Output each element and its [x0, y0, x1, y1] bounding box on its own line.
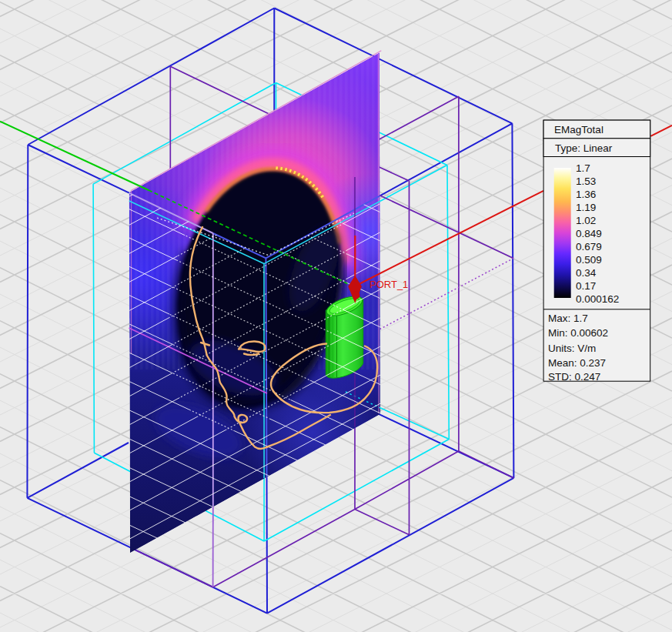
svg-text:0.34: 0.34: [576, 267, 597, 279]
svg-text:Min: 0.00602: Min: 0.00602: [548, 327, 608, 339]
svg-text:0.679: 0.679: [576, 241, 602, 252]
svg-text:1.36: 1.36: [576, 189, 596, 200]
svg-text:1.7: 1.7: [576, 162, 590, 174]
svg-text:EMagTotal: EMagTotal: [554, 124, 603, 135]
svg-text:Max: 1.7: Max: 1.7: [548, 313, 588, 324]
svg-text:Mean: 0.237: Mean: 0.237: [548, 357, 606, 369]
svg-text:0.849: 0.849: [576, 228, 602, 239]
svg-text:1.19: 1.19: [576, 202, 596, 213]
svg-text:0.17: 0.17: [576, 280, 596, 292]
svg-text:Type: Linear: Type: Linear: [555, 142, 613, 154]
svg-text:STD: 0.247: STD: 0.247: [548, 371, 600, 383]
svg-text:PORT_1: PORT_1: [369, 279, 408, 290]
svg-text:1.02: 1.02: [576, 215, 596, 226]
svg-text:0.000162: 0.000162: [576, 293, 619, 305]
svg-text:0.509: 0.509: [576, 254, 602, 266]
svg-text:1.53: 1.53: [576, 176, 596, 187]
svg-text:Units: V/m: Units: V/m: [548, 343, 596, 354]
